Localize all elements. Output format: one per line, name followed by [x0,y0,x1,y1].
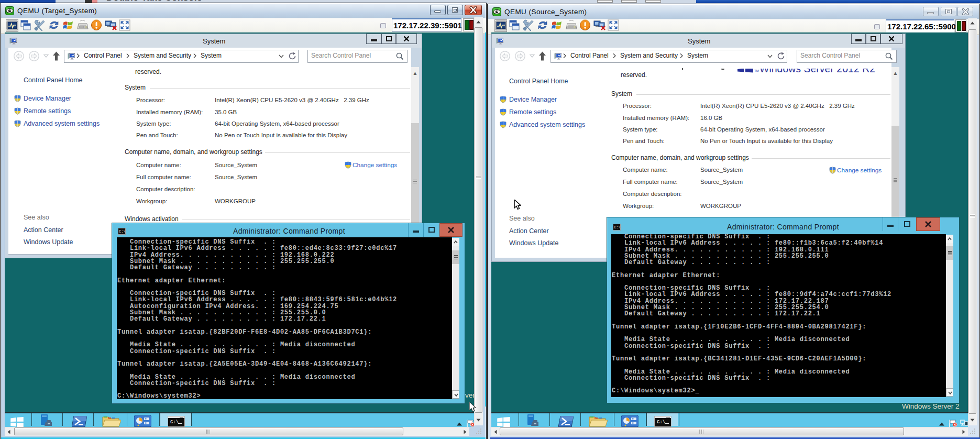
svg-text:Windows Server 2012 R2: Windows Server 2012 R2 [759,69,875,73]
svg-text:TM: TM [754,69,759,72]
